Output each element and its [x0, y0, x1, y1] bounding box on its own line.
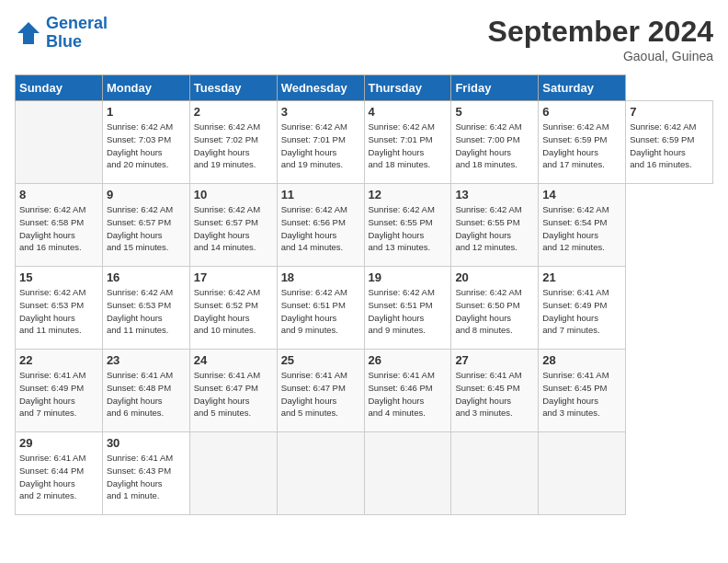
calendar-week-row: 29Sunrise: 6:41 AMSunset: 6:44 PMDayligh…: [16, 432, 713, 515]
day-detail: Sunrise: 6:42 AMSunset: 6:54 PMDaylight …: [542, 203, 621, 254]
calendar-day-cell: 2Sunrise: 6:42 AMSunset: 7:02 PMDaylight…: [189, 101, 277, 184]
calendar-day-cell: 12Sunrise: 6:42 AMSunset: 6:55 PMDayligh…: [364, 184, 451, 267]
calendar-day-cell: 9Sunrise: 6:42 AMSunset: 6:57 PMDaylight…: [102, 184, 189, 267]
day-number: 8: [19, 188, 98, 201]
day-detail: Sunrise: 6:42 AMSunset: 7:00 PMDaylight …: [455, 121, 534, 171]
calendar-day-cell: [539, 432, 626, 515]
day-number: 13: [455, 188, 534, 201]
day-detail: Sunrise: 6:42 AMSunset: 6:57 PMDaylight …: [194, 203, 273, 254]
day-detail: Sunrise: 6:42 AMSunset: 6:50 PMDaylight …: [455, 286, 534, 337]
day-number: 3: [281, 105, 360, 119]
calendar-day-cell: 1Sunrise: 6:42 AMSunset: 7:03 PMDaylight…: [102, 101, 189, 184]
day-number: 15: [19, 270, 98, 284]
day-number: 24: [194, 353, 273, 367]
weekday-header-cell: Tuesday: [189, 75, 277, 101]
day-number: 20: [455, 270, 534, 284]
day-number: 30: [107, 436, 186, 450]
calendar-day-cell: [364, 432, 451, 515]
calendar-day-cell: [451, 432, 539, 515]
calendar-day-cell: 18Sunrise: 6:42 AMSunset: 6:51 PMDayligh…: [277, 267, 364, 350]
calendar-day-cell: 17Sunrise: 6:42 AMSunset: 6:52 PMDayligh…: [189, 267, 277, 350]
calendar-day-cell: 21Sunrise: 6:41 AMSunset: 6:49 PMDayligh…: [539, 267, 626, 350]
day-detail: Sunrise: 6:41 AMSunset: 6:47 PMDaylight …: [281, 369, 360, 419]
calendar-day-cell: 25Sunrise: 6:41 AMSunset: 6:47 PMDayligh…: [277, 350, 364, 432]
day-detail: Sunrise: 6:42 AMSunset: 7:01 PMDaylight …: [369, 121, 448, 171]
calendar-day-cell: 3Sunrise: 6:42 AMSunset: 7:01 PMDaylight…: [277, 101, 364, 184]
logo: General Blue: [15, 15, 108, 52]
calendar-day-cell: 23Sunrise: 6:41 AMSunset: 6:48 PMDayligh…: [102, 350, 189, 432]
day-number: 2: [194, 105, 273, 119]
day-number: 16: [107, 270, 186, 284]
weekday-header-cell: Wednesday: [277, 75, 364, 101]
day-number: 6: [542, 105, 621, 119]
day-number: 1: [107, 105, 186, 119]
day-number: 26: [369, 353, 448, 367]
day-number: 21: [542, 270, 621, 284]
calendar-day-cell: 19Sunrise: 6:42 AMSunset: 6:51 PMDayligh…: [364, 267, 451, 350]
day-detail: Sunrise: 6:42 AMSunset: 7:01 PMDaylight …: [281, 121, 360, 171]
subtitle: Gaoual, Guinea: [488, 49, 713, 63]
day-detail: Sunrise: 6:41 AMSunset: 6:48 PMDaylight …: [107, 369, 186, 419]
weekday-header-cell: Saturday: [539, 75, 626, 101]
empty-cell: [16, 101, 103, 184]
calendar-week-row: 15Sunrise: 6:42 AMSunset: 6:53 PMDayligh…: [16, 267, 713, 350]
calendar-body: 1Sunrise: 6:42 AMSunset: 7:03 PMDaylight…: [16, 101, 713, 515]
weekday-header-cell: Thursday: [364, 75, 451, 101]
calendar-day-cell: 10Sunrise: 6:42 AMSunset: 6:57 PMDayligh…: [189, 184, 277, 267]
day-number: 22: [19, 353, 98, 367]
day-detail: Sunrise: 6:42 AMSunset: 6:55 PMDaylight …: [369, 203, 448, 254]
calendar-day-cell: 11Sunrise: 6:42 AMSunset: 6:56 PMDayligh…: [277, 184, 364, 267]
logo-text: General Blue: [46, 15, 108, 52]
day-number: 23: [107, 353, 186, 367]
calendar-day-cell: 30Sunrise: 6:41 AMSunset: 6:43 PMDayligh…: [102, 432, 189, 515]
day-detail: Sunrise: 6:42 AMSunset: 6:51 PMDaylight …: [369, 286, 448, 337]
page-header: General Blue September 2024 Gaoual, Guin…: [15, 15, 713, 63]
day-number: 4: [369, 105, 448, 119]
calendar-day-cell: 13Sunrise: 6:42 AMSunset: 6:55 PMDayligh…: [451, 184, 539, 267]
calendar-day-cell: 8Sunrise: 6:42 AMSunset: 6:58 PMDaylight…: [16, 184, 103, 267]
day-number: 17: [194, 270, 273, 284]
calendar-day-cell: 29Sunrise: 6:41 AMSunset: 6:44 PMDayligh…: [16, 432, 103, 515]
weekday-header-cell: Sunday: [16, 75, 103, 101]
day-detail: Sunrise: 6:42 AMSunset: 6:53 PMDaylight …: [19, 286, 98, 337]
day-number: 5: [455, 105, 534, 119]
day-detail: Sunrise: 6:41 AMSunset: 6:44 PMDaylight …: [19, 452, 98, 502]
calendar-day-cell: 28Sunrise: 6:41 AMSunset: 6:45 PMDayligh…: [539, 350, 626, 432]
day-number: 7: [630, 105, 709, 119]
calendar-week-row: 22Sunrise: 6:41 AMSunset: 6:49 PMDayligh…: [16, 350, 713, 432]
calendar-table: SundayMondayTuesdayWednesdayThursdayFrid…: [15, 75, 713, 515]
calendar-day-cell: [277, 432, 364, 515]
day-number: 25: [281, 353, 360, 367]
day-detail: Sunrise: 6:42 AMSunset: 7:03 PMDaylight …: [107, 121, 186, 171]
calendar-day-cell: [189, 432, 277, 515]
day-number: 14: [542, 188, 621, 201]
calendar-day-cell: 22Sunrise: 6:41 AMSunset: 6:49 PMDayligh…: [16, 350, 103, 432]
day-detail: Sunrise: 6:41 AMSunset: 6:47 PMDaylight …: [194, 369, 273, 419]
day-detail: Sunrise: 6:42 AMSunset: 6:55 PMDaylight …: [455, 203, 534, 254]
calendar-day-cell: 4Sunrise: 6:42 AMSunset: 7:01 PMDaylight…: [364, 101, 451, 184]
day-detail: Sunrise: 6:42 AMSunset: 6:57 PMDaylight …: [107, 203, 186, 254]
calendar-day-cell: 20Sunrise: 6:42 AMSunset: 6:50 PMDayligh…: [451, 267, 539, 350]
day-detail: Sunrise: 6:41 AMSunset: 6:45 PMDaylight …: [455, 369, 534, 419]
day-detail: Sunrise: 6:41 AMSunset: 6:46 PMDaylight …: [369, 369, 448, 419]
month-title: September 2024: [488, 15, 713, 49]
weekday-header-cell: Monday: [102, 75, 189, 101]
calendar-week-row: 8Sunrise: 6:42 AMSunset: 6:58 PMDaylight…: [16, 184, 713, 267]
day-detail: Sunrise: 6:41 AMSunset: 6:49 PMDaylight …: [19, 369, 98, 419]
day-detail: Sunrise: 6:42 AMSunset: 6:59 PMDaylight …: [630, 121, 709, 171]
day-number: 9: [107, 188, 186, 201]
day-detail: Sunrise: 6:42 AMSunset: 6:52 PMDaylight …: [194, 286, 273, 337]
day-detail: Sunrise: 6:42 AMSunset: 6:59 PMDaylight …: [542, 121, 621, 171]
calendar-day-cell: 16Sunrise: 6:42 AMSunset: 6:53 PMDayligh…: [102, 267, 189, 350]
day-number: 19: [369, 270, 448, 284]
day-number: 11: [281, 188, 360, 201]
day-number: 27: [455, 353, 534, 367]
calendar-day-cell: 24Sunrise: 6:41 AMSunset: 6:47 PMDayligh…: [189, 350, 277, 432]
title-block: September 2024 Gaoual, Guinea: [488, 15, 713, 63]
day-number: 29: [19, 436, 98, 450]
day-number: 28: [542, 353, 621, 367]
day-detail: Sunrise: 6:41 AMSunset: 6:45 PMDaylight …: [542, 369, 621, 419]
logo-icon: [15, 19, 42, 47]
day-number: 18: [281, 270, 360, 284]
calendar-week-row: 1Sunrise: 6:42 AMSunset: 7:03 PMDaylight…: [16, 101, 713, 184]
